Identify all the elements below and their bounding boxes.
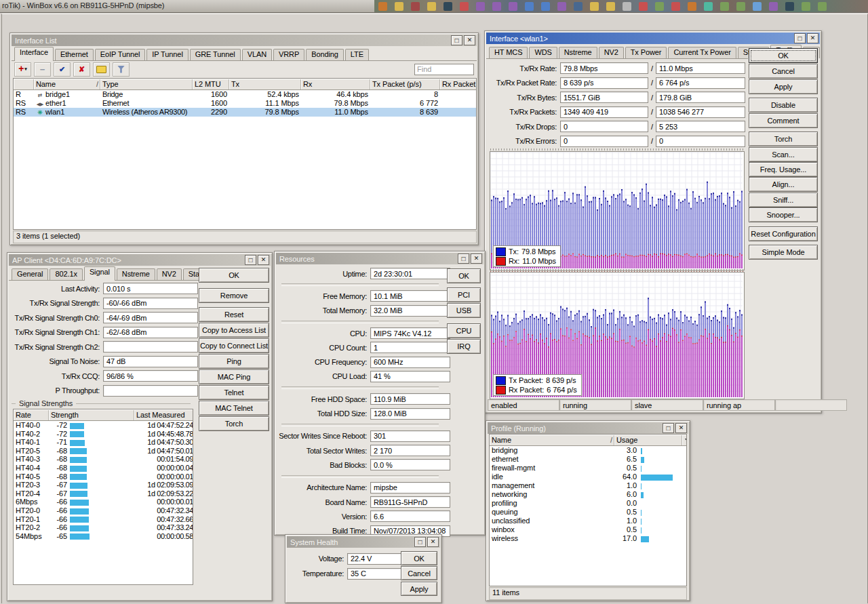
- snooper-button[interactable]: Snooper...: [749, 207, 818, 222]
- field-value[interactable]: 6.6: [370, 510, 450, 522]
- close-icon[interactable]: [427, 537, 439, 547]
- comment-icon[interactable]: [93, 62, 110, 77]
- interface-row-wlan1[interactable]: RS✳wlan1Wireless (Atheros AR9300)229079.…: [14, 108, 476, 117]
- profile-row-unclassified[interactable]: unclassified1.0: [490, 517, 686, 525]
- profile-row-queuing[interactable]: queuing0.5: [490, 508, 686, 517]
- comment-button[interactable]: Comment: [749, 113, 818, 128]
- field-value[interactable]: [103, 341, 198, 353]
- maximize-icon[interactable]: [458, 254, 469, 264]
- field-value[interactable]: 128.0 MiB: [370, 408, 450, 420]
- column-filter-button[interactable]: [682, 435, 687, 445]
- ap-client-tab-general[interactable]: General: [12, 268, 48, 280]
- column-header-rate[interactable]: Rate: [14, 409, 49, 420]
- profile-row-wireless[interactable]: wireless17.0: [490, 534, 686, 543]
- ap-client-tab-nstreme[interactable]: Nstreme: [117, 268, 155, 280]
- add-icon[interactable]: [14, 62, 31, 77]
- irq-button[interactable]: IRQ: [447, 339, 481, 354]
- torch-button[interactable]: Torch: [199, 416, 269, 431]
- find-input[interactable]: [414, 64, 474, 75]
- cancel-button[interactable]: Cancel: [401, 566, 437, 580]
- field-value[interactable]: 35 C: [347, 568, 403, 580]
- sniff-button[interactable]: Sniff...: [749, 193, 818, 207]
- interface-list-tab-vlan[interactable]: VLAN: [242, 49, 272, 60]
- cancel-button[interactable]: Cancel: [749, 64, 818, 79]
- mac-ping-button[interactable]: MAC Ping: [199, 369, 269, 384]
- ap-client-tab-802-1x[interactable]: 802.1x: [50, 268, 82, 280]
- wlan-tab-wds[interactable]: WDS: [529, 47, 557, 58]
- remove-button[interactable]: Remove: [199, 288, 269, 303]
- field-value[interactable]: -64/-69 dBm: [103, 312, 198, 323]
- column-header-last-measured[interactable]: Last Measured: [134, 409, 193, 420]
- field-value[interactable]: 600 MHz: [370, 357, 450, 368]
- wlan-tab-nv2[interactable]: NV2: [599, 47, 624, 58]
- signal-row-ht40-4[interactable]: HT40-4-6800:00:00.04: [14, 464, 193, 472]
- field-value[interactable]: MIPS 74Kc V4.12: [370, 327, 450, 339]
- profile-row-management[interactable]: management1.0: [490, 481, 686, 490]
- apply-button[interactable]: Apply: [401, 582, 437, 596]
- field-value-rx[interactable]: 0: [656, 136, 745, 147]
- field-value[interactable]: 41 %: [370, 371, 450, 382]
- field-value[interactable]: 10.1 MiB: [370, 290, 450, 302]
- field-value[interactable]: 301: [370, 430, 450, 442]
- field-value[interactable]: 0.010 s: [103, 283, 198, 294]
- field-value[interactable]: 2d 23:30:01: [370, 268, 450, 279]
- field-value-tx[interactable]: 0: [560, 121, 648, 132]
- enable-icon[interactable]: [54, 62, 71, 77]
- column-header-l2-mtu[interactable]: L2 MTU: [193, 79, 229, 89]
- interface-list-tab-lte[interactable]: LTE: [345, 49, 369, 60]
- signal-row-ht20-1[interactable]: HT20-1-6600:47:32.66: [14, 515, 193, 524]
- interface-list-tab-ip-tunnel[interactable]: IP Tunnel: [146, 49, 188, 60]
- profile-row-bridging[interactable]: bridging3.0: [490, 446, 686, 455]
- maximize-icon[interactable]: [451, 35, 462, 45]
- field-value[interactable]: 1: [370, 342, 450, 353]
- field-value[interactable]: 110.9 MiB: [370, 393, 450, 405]
- column-header-rx[interactable]: Rx: [301, 79, 370, 89]
- column-header-name[interactable]: Name/: [490, 435, 614, 445]
- signal-row-ht20-4[interactable]: HT20-4-671d 02:09:53.22: [14, 489, 193, 498]
- signal-row-ht20-5[interactable]: HT20-5-681d 04:47:50.01: [14, 447, 193, 456]
- wlan-tab-nstreme[interactable]: Nstreme: [559, 47, 597, 58]
- copy-to-access-list-button[interactable]: Copy to Access List: [199, 323, 269, 338]
- profile-row-winbox[interactable]: winbox0.5: [490, 525, 686, 534]
- column-header-type[interactable]: Type: [100, 79, 193, 89]
- field-value[interactable]: 47 dB: [103, 356, 198, 367]
- wlan-tab-ht-mcs[interactable]: HT MCS: [489, 47, 528, 58]
- close-icon[interactable]: [675, 423, 687, 433]
- signal-row-ht40-3[interactable]: HT40-3-6800:01:54.09: [14, 455, 193, 464]
- field-value[interactable]: -60/-66 dBm: [103, 298, 198, 309]
- mac-telnet-button[interactable]: MAC Telnet: [199, 401, 269, 416]
- interface-list-tab-vrrp[interactable]: VRRP: [273, 49, 304, 60]
- ok-button[interactable]: OK: [749, 48, 818, 63]
- column-header-rx-packet-p-s[interactable]: Rx Packet (p/s): [440, 79, 477, 89]
- disable-icon[interactable]: [73, 62, 90, 77]
- remove-icon[interactable]: [34, 62, 51, 77]
- filter-icon[interactable]: [113, 62, 130, 77]
- ok-button[interactable]: OK: [199, 268, 269, 283]
- wlan-tab-current-tx-power[interactable]: Current Tx Power: [668, 47, 736, 58]
- field-value-rx[interactable]: 5 253: [656, 121, 745, 132]
- freq-usage-button[interactable]: Freq. Usage...: [749, 162, 818, 177]
- field-value[interactable]: 0.0 %: [370, 459, 450, 470]
- column-header-tx[interactable]: Tx: [229, 79, 301, 89]
- ap-client-tab-nv2[interactable]: NV2: [157, 268, 182, 280]
- cpu-button[interactable]: CPU: [447, 323, 481, 338]
- close-icon[interactable]: [471, 254, 482, 264]
- profile-row-ethernet[interactable]: ethernet6.5: [490, 455, 686, 464]
- profile-row-idle[interactable]: idle64.0: [490, 472, 686, 481]
- simple-mode-button[interactable]: Simple Mode: [749, 245, 818, 260]
- field-value-rx[interactable]: 179.8 GiB: [656, 92, 745, 103]
- ok-button[interactable]: OK: [401, 551, 437, 565]
- maximize-icon[interactable]: [414, 537, 426, 547]
- field-value-rx[interactable]: 6 764 p/s: [656, 77, 745, 89]
- apply-button[interactable]: Apply: [749, 79, 818, 94]
- column-header-strength[interactable]: Strength: [49, 409, 134, 420]
- column-header-name[interactable]: Name/: [34, 79, 100, 89]
- signal-row-ht40-5[interactable]: HT40-5-6800:00:00.01: [14, 472, 193, 481]
- profile-row-networking[interactable]: networking6.0: [490, 490, 686, 499]
- interface-list-tab-ethernet[interactable]: Ethernet: [55, 49, 94, 60]
- field-value-tx[interactable]: 1551.7 GiB: [560, 92, 648, 103]
- pci-button[interactable]: PCI: [447, 287, 481, 302]
- disable-button[interactable]: Disable: [749, 98, 818, 113]
- signal-row-ht20-2[interactable]: HT20-2-6600:47:33.24: [14, 523, 193, 532]
- field-value-tx[interactable]: 1349 409 419: [560, 106, 648, 118]
